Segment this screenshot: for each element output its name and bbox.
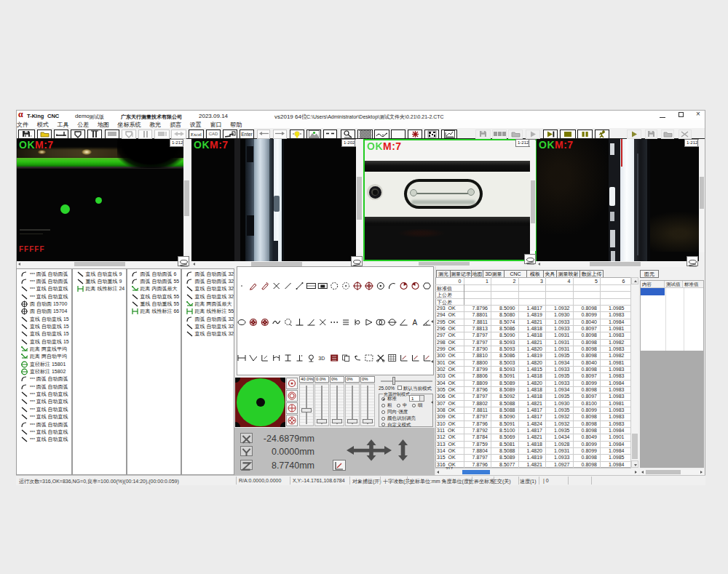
- svg-text:3D: 3D: [318, 356, 325, 361]
- svg-text:A: A: [413, 319, 418, 327]
